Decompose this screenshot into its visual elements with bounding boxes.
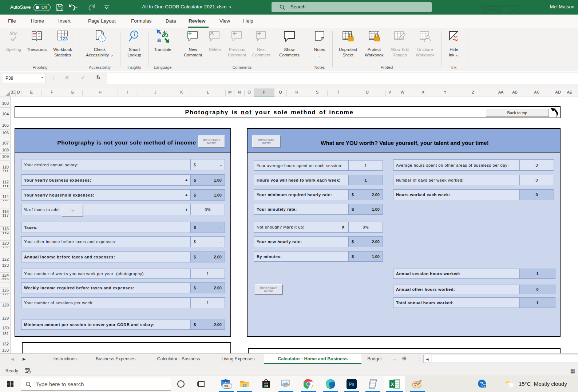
svg-text:X: X — [391, 381, 394, 387]
svg-text:i: i — [484, 385, 485, 388]
svg-text:123: 123 — [60, 36, 68, 41]
svg-text:abc: abc — [9, 31, 18, 36]
svg-text:あ: あ — [162, 30, 169, 37]
svg-text:Ps: Ps — [349, 381, 355, 387]
svg-text:a: a — [157, 36, 161, 43]
